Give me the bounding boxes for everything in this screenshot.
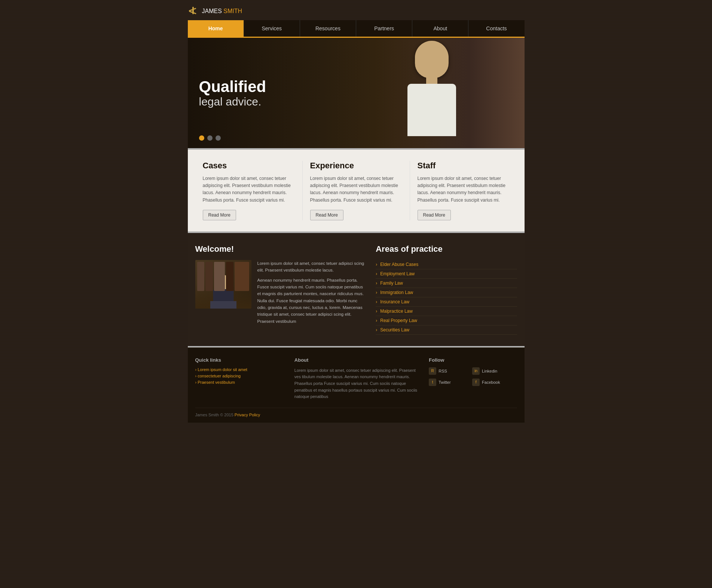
- arrow-icon-4: ›: [376, 290, 377, 295]
- follow-row: R RSS in Linkedin t Twitter f Facebook: [429, 367, 517, 386]
- practice-title: Areas of practice: [376, 244, 517, 254]
- welcome-para-2: Aenean nonummy hendrerit mauris. Phasell…: [257, 277, 365, 325]
- hero-person-image: [339, 38, 525, 148]
- arrow-icon-7: ›: [376, 318, 377, 323]
- feature-cases-text: Lorem ipsum dolor sit amet, consec tetue…: [203, 175, 295, 204]
- welcome-photo: [195, 260, 251, 309]
- twitter-label: Twitter: [438, 380, 450, 385]
- feature-staff-text: Lorem ipsum dolor sit amet, consec tetue…: [418, 175, 510, 204]
- feature-cases: Cases Lorem ipsum dolor sit amet, consec…: [195, 161, 303, 220]
- hero-content: Qualified legal advice.: [199, 78, 266, 108]
- footer-link-1[interactable]: Lorem ipsum dolor sit amet: [195, 367, 283, 372]
- feature-experience-text: Lorem ipsum dolor sit amet, consec tetue…: [310, 175, 402, 204]
- feature-staff-title: Staff: [418, 161, 510, 171]
- list-item: › Malpractice Law: [376, 307, 517, 316]
- practice-link-malpractice[interactable]: Malpractice Law: [380, 309, 413, 314]
- slider-dots: [199, 135, 221, 141]
- privacy-policy-link[interactable]: Privacy Policy: [235, 413, 260, 417]
- arrow-icon-3: ›: [376, 281, 377, 286]
- nav-partners[interactable]: Partners: [356, 20, 412, 37]
- nav-home[interactable]: Home: [188, 20, 244, 37]
- content-area: Welcome!: [188, 233, 525, 346]
- linkedin-icon: in: [472, 367, 480, 375]
- logo-first-name: JAMES: [202, 8, 222, 14]
- arrow-icon-8: ›: [376, 327, 377, 333]
- footer-about: About Lorem ipsum dolor sit amet, consec…: [294, 357, 418, 400]
- linkedin-label: Linkedin: [482, 369, 497, 373]
- footer-bottom: James Smith © 2015 Privacy Policy: [195, 408, 517, 417]
- arrow-icon-5: ›: [376, 299, 377, 304]
- hero-slider: Qualified legal advice.: [188, 38, 525, 148]
- practice-link-employment[interactable]: Employment Law: [380, 271, 415, 276]
- facebook-label: Facebook: [482, 380, 500, 385]
- footer-follow-title: Follow: [429, 357, 517, 363]
- list-item: › Family Law: [376, 279, 517, 288]
- rss-icon: R: [429, 367, 436, 375]
- nav-contacts[interactable]: Contacts: [468, 20, 524, 37]
- copyright-text: James Smith © 2015: [195, 413, 233, 417]
- practice-link-securities[interactable]: Securities Law: [380, 327, 409, 333]
- footer-columns: Quick links Lorem ipsum dolor sit amet c…: [195, 357, 517, 400]
- practice-section: Areas of practice › Elder Abuse Cases › …: [376, 244, 517, 335]
- practice-link-elder-abuse[interactable]: Elder Abuse Cases: [380, 262, 418, 267]
- footer-link-3[interactable]: Praesent vestibulum: [195, 380, 283, 385]
- arrow-icon-1: ›: [376, 262, 377, 267]
- features-section: Cases Lorem ipsum dolor sit amet, consec…: [188, 150, 525, 232]
- feature-cases-title: Cases: [203, 161, 295, 171]
- practice-link-real-property[interactable]: Real Property Law: [380, 318, 417, 323]
- practice-link-insurance[interactable]: Insurance Law: [380, 299, 409, 304]
- arrow-icon-2: ›: [376, 271, 377, 276]
- nav-services[interactable]: Services: [244, 20, 300, 37]
- site-footer: Quick links Lorem ipsum dolor sit amet c…: [188, 347, 525, 423]
- arrow-icon-6: ›: [376, 309, 377, 314]
- practice-list: › Elder Abuse Cases › Employment Law › F…: [376, 260, 517, 335]
- list-item: › Securities Law: [376, 325, 517, 335]
- logo-icon: [188, 6, 198, 16]
- logo-text: JAMES SMITH: [202, 8, 242, 15]
- footer-link-2[interactable]: consectetuer adipiscing: [195, 374, 283, 378]
- nav-resources[interactable]: Resources: [300, 20, 356, 37]
- follow-rss[interactable]: R RSS: [429, 367, 468, 375]
- list-item: › Immigration Law: [376, 288, 517, 297]
- footer-quick-links: Quick links Lorem ipsum dolor sit amet c…: [195, 357, 283, 400]
- feature-experience-read-more[interactable]: Read More: [310, 210, 343, 220]
- follow-linkedin[interactable]: in Linkedin: [472, 367, 512, 375]
- hero-headline: Qualified: [199, 78, 266, 95]
- list-item: › Insurance Law: [376, 297, 517, 307]
- slider-dot-2[interactable]: [207, 135, 213, 141]
- welcome-para-1: Lorem ipsum dolor sit amet, consec tetue…: [257, 260, 365, 274]
- footer-follow: Follow R RSS in Linkedin t Twitter: [429, 357, 517, 400]
- feature-staff: Staff Lorem ipsum dolor sit amet, consec…: [410, 161, 517, 220]
- rss-label: RSS: [438, 369, 447, 373]
- list-item: › Employment Law: [376, 269, 517, 279]
- list-item: › Real Property Law: [376, 316, 517, 325]
- footer-about-text: Lorem ipsum dolor sit amet, consec tetue…: [294, 367, 418, 400]
- feature-experience: Experience Lorem ipsum dolor sit amet, c…: [303, 161, 410, 220]
- main-navigation: Home Services Resources Partners About C…: [188, 20, 525, 38]
- practice-link-family[interactable]: Family Law: [380, 281, 403, 286]
- footer-quick-links-title: Quick links: [195, 357, 283, 363]
- site-header: JAMES SMITH: [188, 0, 525, 20]
- feature-experience-title: Experience: [310, 161, 402, 171]
- practice-link-immigration[interactable]: Immigration Law: [380, 290, 413, 295]
- welcome-inner: Lorem ipsum dolor sit amet, consec tetue…: [195, 260, 365, 328]
- footer-about-title: About: [294, 357, 418, 363]
- welcome-title: Welcome!: [195, 244, 365, 254]
- feature-staff-read-more[interactable]: Read More: [418, 210, 451, 220]
- follow-twitter[interactable]: t Twitter: [429, 379, 468, 386]
- hero-subline: legal advice.: [199, 95, 266, 108]
- follow-facebook[interactable]: f Facebook: [472, 379, 512, 386]
- welcome-section: Welcome!: [195, 244, 365, 335]
- logo-last-name: SMITH: [223, 8, 242, 14]
- welcome-text: Lorem ipsum dolor sit amet, consec tetue…: [257, 260, 365, 328]
- list-item: › Elder Abuse Cases: [376, 260, 517, 269]
- feature-cases-read-more[interactable]: Read More: [203, 210, 236, 220]
- twitter-icon: t: [429, 379, 436, 386]
- slider-dot-1[interactable]: [199, 135, 204, 141]
- slider-dot-3[interactable]: [216, 135, 221, 141]
- nav-about[interactable]: About: [412, 20, 468, 37]
- facebook-icon: f: [472, 379, 480, 386]
